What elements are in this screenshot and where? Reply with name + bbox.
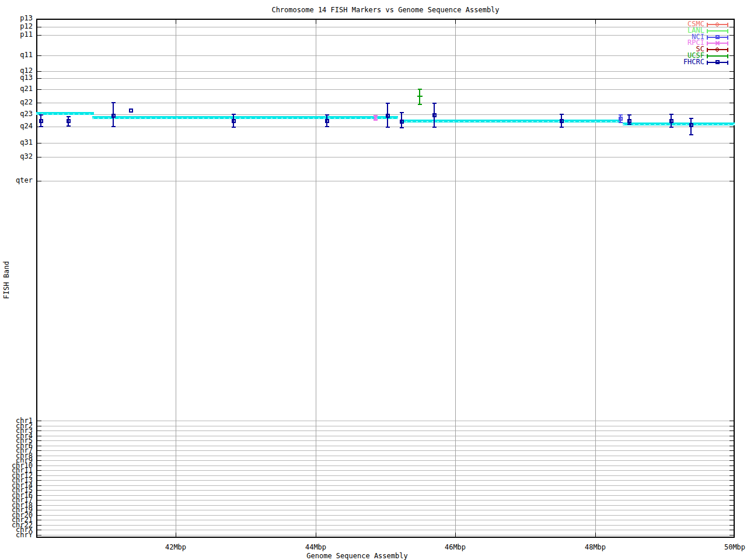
point-FHCRC-8-square-marker-icon: [432, 113, 437, 117]
x-tick-top-44Mbp: [316, 19, 316, 24]
chr-tick-right-chr3: [729, 430, 735, 431]
point-FHCRC-1-errcap-top: [67, 116, 71, 117]
legend-cap-left-NCI: [707, 36, 708, 40]
point-FHCRC-10-square-marker-icon: [627, 119, 631, 123]
chr-tick-right-chr17: [729, 500, 735, 501]
band-tick-left-p13: [36, 19, 41, 19]
chr-tick-left-chr18: [36, 505, 41, 506]
band-tick-left-q12: [36, 71, 41, 72]
chr-tick-left-chr20: [36, 515, 41, 516]
point-UCSF-0-plus-marker-icon: [417, 96, 423, 97]
band-tick-right-q12: [729, 71, 735, 72]
chr-gridline-chr13: [36, 480, 735, 481]
band-label-p13: p13: [0, 15, 33, 22]
chart-title: Chromosome 14 FISH Markers vs Genome Seq…: [36, 6, 735, 14]
point-FHCRC-0-errcap-top: [39, 114, 43, 116]
chr-tick-right-chr22: [729, 525, 735, 526]
chr-tick-right-chr16: [729, 495, 735, 496]
chr-tick-left-chr7: [36, 450, 41, 451]
point-FHCRC-7-errcap-bottom: [400, 127, 404, 128]
point-NCI-0-square-marker-icon: [619, 117, 623, 121]
chr-gridline-chr9: [36, 460, 735, 461]
band-label-p12: p12: [0, 23, 33, 30]
chr-tick-left-chr9: [36, 460, 41, 461]
point-FHCRC-11-errcap-bottom: [669, 127, 673, 128]
chr-tick-left-chr3: [36, 430, 41, 431]
band-gridline-p11: [36, 35, 735, 36]
chr-tick-right-chr4: [729, 436, 735, 436]
band-tick-left-p12: [36, 27, 41, 27]
legend-cap-left-UCSF: [707, 54, 708, 58]
point-FHCRC-5-errcap-bottom: [325, 126, 329, 127]
legend-cap-right-UCSF: [727, 54, 728, 58]
x-tick-label-46Mbp: 46Mbp: [432, 543, 479, 551]
point-UCSF-0-errorbar: [419, 89, 420, 104]
point-FHCRC-3-square-marker-icon: [129, 108, 133, 113]
x-tick-bottom-46Mbp: [455, 533, 456, 538]
chr-tick-left-chr17: [36, 500, 41, 501]
chr-tick-left-chr2: [36, 426, 41, 426]
band-tick-right-q13: [729, 78, 735, 79]
x-tick-bottom-44Mbp: [316, 533, 316, 538]
point-FHCRC-2-square-marker-icon: [111, 114, 116, 118]
chr-tick-left-chr5: [36, 440, 41, 441]
band-label-q23: q23: [0, 111, 33, 118]
point-FHCRC-4-errcap-bottom: [232, 127, 236, 128]
chr-tick-left-chr13: [36, 480, 41, 481]
legend-cap-right-SC: [727, 48, 728, 52]
x-gridline-48Mbp: [595, 19, 596, 538]
point-FHCRC-9-square-marker-icon: [560, 119, 564, 123]
chr-gridline-chr21: [36, 520, 735, 520]
x-tick-label-50Mbp: 50Mbp: [711, 543, 747, 551]
chr-gridline-chr6: [36, 446, 735, 446]
legend-label-FHCRC: FHCRC: [652, 59, 704, 66]
chr-gridline-chr19: [36, 510, 735, 510]
legend-cap-left-FHCRC: [707, 61, 708, 65]
chr-gridline-chr8: [36, 456, 735, 456]
gnuplot-chart: Chromosome 14 FISH Markers vs Genome Seq…: [0, 0, 747, 560]
legend-SC-diamond-marker-icon: [715, 47, 720, 52]
band-label-q32: q32: [0, 153, 33, 160]
chr-tick-right-chr18: [729, 505, 735, 506]
chr-tick-left-chr12: [36, 475, 41, 476]
chr-tick-right-chr10: [729, 466, 735, 466]
band-label-q11: q11: [0, 52, 33, 59]
assembly-segment-dash: [623, 124, 735, 125]
chr-gridline-chr11: [36, 470, 735, 471]
chr-tick-right-chr13: [729, 480, 735, 481]
band-tick-left-q21: [36, 89, 41, 90]
point-FHCRC-2-errcap-top: [111, 102, 116, 103]
legend-cap-right-NCI: [727, 36, 728, 40]
chr-tick-right-chr1: [729, 421, 735, 421]
point-FHCRC-10-errcap-bottom: [627, 124, 631, 125]
band-tick-right-qter: [729, 181, 735, 181]
chr-gridline-chr14: [36, 485, 735, 486]
band-tick-right-p11: [729, 35, 735, 36]
assembly-segment-1: [36, 112, 94, 115]
assembly-segment-dash: [92, 118, 398, 118]
band-label-q31: q31: [0, 139, 33, 146]
point-FHCRC-7-square-marker-icon: [400, 120, 404, 124]
point-FHCRC-11-errcap-top: [669, 114, 673, 115]
band-label-q24: q24: [0, 123, 33, 130]
chr-gridline-chr16: [36, 495, 735, 496]
chr-tick-right-chr20: [729, 515, 735, 516]
point-FHCRC-1-errcap-bottom: [67, 125, 71, 127]
chr-gridline-chrX: [36, 530, 735, 530]
chr-tick-left-chr1: [36, 421, 41, 421]
chr-tick-right-chr6: [729, 446, 735, 446]
chr-tick-left-chr22: [36, 525, 41, 526]
chr-tick-left-chr21: [36, 520, 41, 520]
band-tick-left-q22: [36, 103, 41, 103]
chr-gridline-chr1: [36, 421, 735, 421]
point-FHCRC-11-square-marker-icon: [669, 119, 673, 123]
chr-gridline-chr4: [36, 436, 735, 436]
legend-cap-right-RPCI: [727, 41, 728, 46]
chr-gridline-chr22: [36, 525, 735, 526]
band-tick-left-p11: [36, 35, 41, 36]
chr-tick-right-chr12: [729, 475, 735, 476]
band-tick-right-q23: [729, 114, 735, 115]
x-gridline-44Mbp: [316, 19, 316, 538]
x-tick-top-42Mbp: [176, 19, 176, 24]
band-tick-right-q22: [729, 103, 735, 103]
